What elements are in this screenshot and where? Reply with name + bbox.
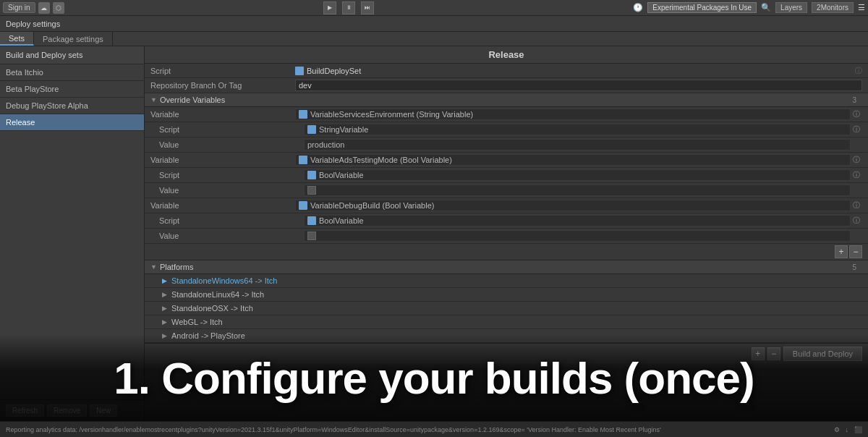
- script3-value: BoolVariable: [304, 215, 851, 226]
- sidebar-item-release[interactable]: Release: [0, 114, 144, 131]
- script3-label: Script: [159, 216, 304, 225]
- tab-package-settings[interactable]: Package settings: [34, 32, 113, 46]
- status-icons: ⚙ ↓ ⬛: [834, 426, 863, 433]
- var2-icon: [299, 156, 307, 164]
- var2-text: VariableAdsTestingMode (Bool Variable): [310, 156, 452, 164]
- override-count: 3: [852, 96, 856, 104]
- script-value-text: BuildDeploySet: [307, 67, 361, 75]
- platform-label-3: WebGL -> Itch: [171, 318, 223, 326]
- var2-action[interactable]: ⓘ: [851, 155, 862, 165]
- remove-variable-button[interactable]: −: [849, 245, 862, 258]
- search-icon[interactable]: 🔍: [761, 3, 771, 12]
- script3-icon: [307, 216, 316, 225]
- script1-action[interactable]: ⓘ: [851, 124, 862, 135]
- var1-label: Variable: [150, 110, 295, 119]
- script3-action[interactable]: ⓘ: [851, 216, 862, 226]
- script-field-label: Script: [150, 67, 295, 75]
- release-title: Release: [488, 49, 524, 60]
- play-button[interactable]: ▶: [323, 1, 336, 14]
- top-bar-left: Sign in ☁ ⬡: [3, 2, 64, 14]
- repo-field-row: Repository Branch Or Tag: [145, 78, 868, 93]
- variable-row-1: Variable VariableServicesEnvironment (St…: [145, 107, 868, 122]
- value3-value: [304, 230, 851, 242]
- status-bar: Reporting analytics data: /versionhandle…: [0, 421, 868, 437]
- platform-item-3[interactable]: ▶ WebGL -> Itch: [145, 315, 868, 329]
- value1-value[interactable]: production: [304, 139, 851, 150]
- big-text-overlay: 1. Configure your builds (once): [0, 334, 868, 421]
- step-button[interactable]: ⏭: [361, 1, 374, 14]
- repo-input[interactable]: [295, 80, 862, 91]
- menu-icon[interactable]: ☰: [858, 3, 865, 12]
- override-arrow-icon: ▼: [150, 96, 157, 103]
- platform-label-0: StandaloneWindows64 -> Itch: [171, 276, 277, 285]
- platforms-title: Platforms: [160, 263, 853, 271]
- deploy-header: Deploy settings: [0, 16, 868, 32]
- script-row-2: Script BoolVariable ⓘ: [145, 168, 868, 183]
- value-row-3: Value: [145, 229, 868, 244]
- signin-button[interactable]: Sign in: [3, 2, 35, 13]
- top-bar-center: ▶ ⏸ ⏭: [64, 1, 634, 14]
- var1-text: VariableServicesEnvironment (String Vari…: [310, 110, 473, 119]
- var1-action[interactable]: ⓘ: [851, 109, 862, 119]
- var1-icon: [299, 110, 307, 119]
- status-icon-1: ⚙: [834, 426, 840, 433]
- override-variables-header[interactable]: ▼ Override Variables 3: [145, 93, 868, 107]
- platforms-header[interactable]: ▼ Platforms 5: [145, 260, 868, 274]
- sidebar-item-debug-playstore-alpha[interactable]: Debug PlayStore Alpha: [0, 98, 144, 114]
- script2-label: Script: [159, 171, 304, 179]
- history-icon: 🕐: [633, 3, 643, 12]
- var3-value: VariableDebugBuild (Bool Variable): [295, 200, 851, 211]
- repo-field-label: Repository Branch Or Tag: [150, 81, 295, 90]
- var2-label: Variable: [150, 156, 295, 164]
- value1-label: Value: [159, 140, 304, 149]
- script2-icon: [307, 171, 316, 179]
- info-icon: ⓘ: [855, 66, 862, 76]
- platform-arrow-0: ▶: [162, 277, 167, 284]
- tab-bar: Sets Package settings: [0, 32, 868, 46]
- script2-text: BoolVariable: [319, 171, 364, 179]
- status-text: Reporting analytics data: /versionhandle…: [6, 426, 661, 433]
- override-title: Override Variables: [160, 96, 853, 104]
- variable-row-3: Variable VariableDebugBuild (Bool Variab…: [145, 198, 868, 213]
- sidebar-item-beta-itchio[interactable]: Beta Itchio: [0, 64, 144, 81]
- exp-pkg-button[interactable]: Experimental Packages In Use: [647, 2, 757, 13]
- platform-item-0[interactable]: ▶ StandaloneWindows64 -> Itch: [145, 274, 868, 288]
- var3-action[interactable]: ⓘ: [851, 200, 862, 211]
- layers-button[interactable]: Layers: [775, 2, 807, 13]
- monitors-button[interactable]: 2Monitors: [812, 2, 854, 13]
- script1-label: Script: [159, 125, 304, 134]
- platforms-arrow-icon: ▼: [150, 263, 157, 271]
- script-row-1: Script StringVariable ⓘ: [145, 122, 868, 137]
- status-icon-2: ↓: [846, 426, 849, 433]
- sidebar-title: Build and Deploy sets: [0, 46, 144, 64]
- script1-icon: [307, 125, 316, 134]
- top-bar-right: 🕐 Experimental Packages In Use 🔍 Layers …: [633, 2, 865, 13]
- variable-row-2: Variable VariableAdsTestingMode (Bool Va…: [145, 153, 868, 168]
- add-variable-button[interactable]: +: [835, 245, 848, 258]
- big-text: 1. Configure your builds (once): [114, 352, 754, 404]
- release-header: Release: [145, 46, 868, 64]
- platform-item-2[interactable]: ▶ StandaloneOSX -> Itch: [145, 302, 868, 315]
- platform-arrow-1: ▶: [162, 291, 167, 298]
- value-row-1: Value production: [145, 137, 868, 153]
- var2-value: VariableAdsTestingMode (Bool Variable): [295, 154, 851, 166]
- script1-value: StringVariable: [304, 124, 851, 135]
- script-row-3: Script BoolVariable ⓘ: [145, 213, 868, 229]
- script3-text: BoolVariable: [319, 216, 364, 225]
- value-row-2: Value: [145, 183, 868, 198]
- unity-icon: ⬡: [53, 2, 64, 14]
- tab-sets[interactable]: Sets: [0, 32, 34, 46]
- sidebar-item-beta-playstore[interactable]: Beta PlayStore: [0, 81, 144, 98]
- var1-value: VariableServicesEnvironment (String Vari…: [295, 109, 851, 120]
- value2-label: Value: [159, 186, 304, 195]
- pause-button[interactable]: ⏸: [342, 1, 355, 14]
- value3-checkbox[interactable]: [307, 232, 316, 240]
- value2-checkbox[interactable]: [307, 186, 316, 195]
- top-bar: Sign in ☁ ⬡ ▶ ⏸ ⏭ 🕐 Experimental Package…: [0, 0, 868, 16]
- platform-label-1: StandaloneLinux64 -> Itch: [171, 290, 264, 299]
- override-actions: + −: [145, 244, 868, 260]
- script2-action[interactable]: ⓘ: [851, 170, 862, 180]
- platform-arrow-3: ▶: [162, 318, 167, 326]
- script-field-row: Script BuildDeploySet ⓘ: [145, 64, 868, 78]
- platform-item-1[interactable]: ▶ StandaloneLinux64 -> Itch: [145, 288, 868, 302]
